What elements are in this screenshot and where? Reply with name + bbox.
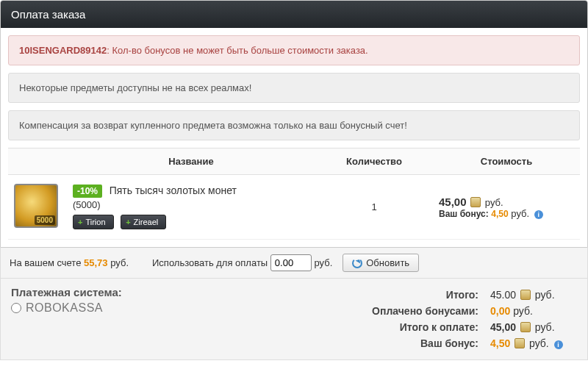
- paysystem-radio[interactable]: [11, 303, 21, 313]
- to-pay-value: 45,00: [490, 321, 516, 333]
- error-code: 10ISENGARD89142: [19, 45, 107, 56]
- refresh-button[interactable]: Обновить: [343, 254, 419, 272]
- bonus-label: Ваш бонус:: [439, 209, 489, 219]
- plus-icon: +: [126, 218, 130, 226]
- coin-icon: [470, 197, 481, 207]
- your-bonus-label: Ваш бонус:: [268, 336, 487, 351]
- realm-tag-tirion[interactable]: +Tirion: [73, 215, 114, 229]
- realm-tags: +Tirion +Zireael: [73, 215, 309, 229]
- use-bonus-label: Использовать для оплаты: [152, 257, 268, 268]
- total-value: 45.00: [490, 289, 516, 301]
- note-refund: Компенсация за возврат купленного предме…: [8, 110, 580, 140]
- info-icon[interactable]: i: [554, 340, 563, 349]
- balance-value: 55,73: [84, 257, 108, 268]
- paid-bonus-value: 0,00: [490, 305, 510, 317]
- total-label: Итого:: [268, 287, 487, 302]
- col-cost: Стоимость: [433, 148, 580, 175]
- currency: руб.: [511, 208, 529, 219]
- balance-currency: руб.: [110, 257, 129, 268]
- to-pay-label: Итого к оплате:: [268, 320, 487, 334]
- item-image-badge: 5000: [35, 215, 55, 225]
- error-alert: 10ISENGARD89142: Кол-во бонусов не может…: [8, 35, 580, 65]
- order-table: Название Количество Стоимость 5000 -10%: [8, 148, 580, 240]
- error-text: Кол-во бонусов не может быть больше стои…: [112, 45, 368, 56]
- note-realms: Некоторые предметы доступны не на всех р…: [8, 73, 580, 103]
- col-qty: Количество: [315, 148, 433, 175]
- panel-title: Оплата заказа: [1, 1, 587, 28]
- order-payment-panel: Оплата заказа 10ISENGARD89142: Кол-во бо…: [0, 0, 588, 248]
- bonus-value: 4,50: [491, 209, 508, 219]
- refresh-label: Обновить: [366, 257, 409, 268]
- coin-icon: [514, 338, 525, 348]
- summary-table: Итого: 45.00 руб. Оплачено бонусами: 0,0…: [266, 286, 578, 352]
- paid-bonus-label: Оплачено бонусами:: [268, 304, 487, 318]
- summary-panel: Платежная система: ROBOKASSA Итого: 45.0…: [0, 279, 588, 360]
- item-price: 45,00: [439, 196, 467, 208]
- paysystem-name: ROBOKASSA: [26, 301, 103, 315]
- item-title[interactable]: Пять тысяч золотых монет: [110, 185, 237, 196]
- paysystem-option-robokassa[interactable]: ROBOKASSA: [11, 301, 266, 315]
- coin-icon: [520, 290, 531, 300]
- item-qty: 1: [315, 175, 433, 240]
- currency: руб.: [485, 197, 503, 208]
- panel-body: 10ISENGARD89142: Кол-во бонусов не может…: [1, 28, 587, 247]
- table-row: 5000 -10% Пять тысяч золотых монет (5000…: [8, 175, 580, 240]
- use-bonus-currency: руб.: [314, 257, 332, 268]
- balance-label: На вашем счете: [10, 257, 81, 268]
- info-icon[interactable]: i: [534, 210, 543, 219]
- balance-bar: На вашем счете 55,73 руб. Использовать д…: [0, 248, 588, 279]
- plus-icon: +: [78, 218, 82, 226]
- refresh-icon: [352, 258, 362, 268]
- discount-badge: -10%: [73, 185, 102, 198]
- item-subtitle: (5000): [73, 199, 309, 210]
- your-bonus-value: 4,50: [490, 337, 510, 349]
- col-name: Название: [67, 148, 315, 175]
- item-image[interactable]: 5000: [14, 184, 58, 228]
- realm-tag-zireael[interactable]: +Zireael: [121, 215, 166, 229]
- paysystem-label: Платежная система:: [11, 286, 266, 298]
- bonus-amount-input[interactable]: [270, 254, 312, 271]
- coin-icon: [520, 322, 531, 332]
